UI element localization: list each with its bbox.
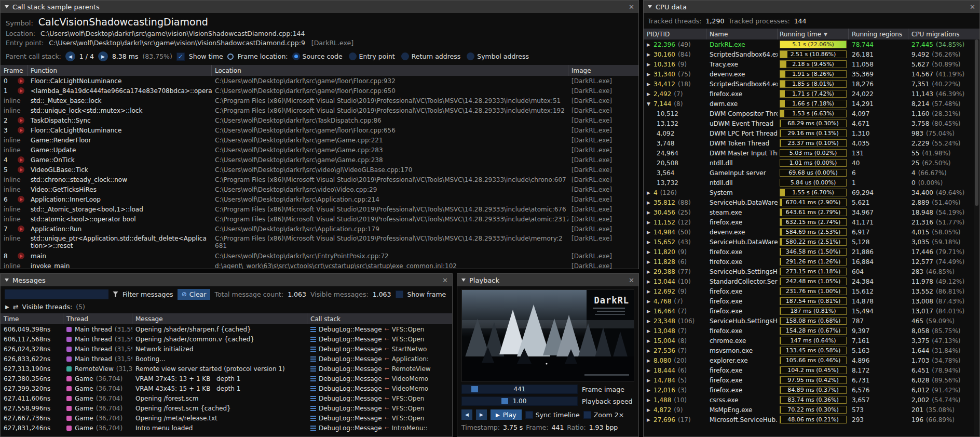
sync-timeline-option[interactable]: Sync timeline	[525, 411, 580, 419]
collapse-icon[interactable]	[5, 279, 9, 282]
filter-input[interactable]	[5, 289, 108, 299]
callstack-cell[interactable]: DebugLog::Message ← VideoMemo	[307, 383, 452, 393]
cpu-row[interactable]: ▶ 35,812 (88) ServiceHub.DataWarehou 670…	[644, 197, 979, 207]
cpu-row[interactable]: 3,748 DWM Token Thread 23.37 ms (0.10%) …	[644, 138, 979, 148]
expand-icon[interactable]: ▶	[647, 220, 654, 225]
collapse-icon[interactable]	[5, 5, 9, 8]
callstack-cell[interactable]: DebugLog::Message ← VFS::Open	[307, 413, 452, 423]
expand-icon[interactable]: ▶	[647, 52, 654, 57]
expand-icon[interactable]: ▶	[647, 289, 654, 294]
frame-location-radio[interactable]: Source code	[292, 52, 343, 60]
cpu-row[interactable]: ▶ 12,692 (9) firefox.exe 231.76 ms (1.00…	[644, 286, 979, 296]
expand-icon[interactable]: ▶	[647, 190, 654, 195]
callstack-cell[interactable]: DebugLog::Message ← VFS::Open	[307, 393, 452, 403]
prev-frame-button[interactable]: ◀	[461, 409, 472, 420]
expand-icon[interactable]: ▶	[647, 269, 654, 274]
cpu-row[interactable]: ▶ 14,984 (50) devenv.exe 584.69 ms (2.53…	[644, 227, 979, 237]
goto-sample-icon[interactable]	[18, 196, 24, 203]
goto-sample-icon[interactable]	[18, 253, 24, 259]
cpu-row[interactable]: 3,564 GameInput server 69.68 us (0.00%) …	[644, 168, 979, 178]
frame-image-slider[interactable]: 441	[461, 385, 578, 394]
goto-sample-icon[interactable]	[18, 117, 24, 124]
cpu-row[interactable]: ▶ 15,004 (8) chrome.exe 147 ms (0.64%) 7…	[644, 336, 979, 346]
goto-sample-icon[interactable]	[18, 166, 24, 173]
callstack-row[interactable]: 7 Application::Run C:\Users\wolf\Desktop…	[1, 224, 638, 234]
expand-icon[interactable]: ▶	[647, 417, 654, 422]
cpu-row[interactable]: ▶ 13,044 (10) StandardCollector.Servic 2…	[644, 276, 979, 286]
clear-button[interactable]: ⊘ Clear	[178, 289, 211, 300]
cpu-row[interactable]: ▶ 11,828 (6) firefox.exe 291.26 ms (1.26…	[644, 257, 979, 267]
expand-icon[interactable]: ▶	[647, 299, 654, 304]
expand-icon[interactable]: ▶	[647, 338, 654, 343]
callstack-row[interactable]: 0 Floor::CalcLightNoLuminance C:\Users\w…	[1, 76, 638, 86]
cpu-row[interactable]: ▶ 18,444 (6) firefox.exe 104.2 ms (0.45%…	[644, 365, 979, 375]
message-row[interactable]: 627,831,246ns Game (36,704) Intro menu l…	[1, 423, 452, 433]
cpu-row[interactable]: ▶ 29,388 (77) ServiceHub.SettingsHost 27…	[644, 267, 979, 276]
playback-titlebar[interactable]: Playback ✕	[457, 274, 638, 286]
column-header-running-regions[interactable]: Running regions	[849, 29, 908, 39]
message-row[interactable]: 627,313,190ns RemoteView (31,392) Remote…	[1, 364, 452, 374]
column-header-pid[interactable]: PID/TID	[644, 29, 706, 39]
collapse-icon[interactable]	[648, 5, 652, 8]
message-row[interactable]: 627,399,320ns Game (36,704) VRAM 43x45: …	[1, 383, 452, 393]
expand-icon[interactable]: ▶	[647, 82, 654, 87]
cpu-row[interactable]: ▼ 7,144 (8) dwm.exe 1.66 s (7.18%) 14,29…	[644, 99, 979, 109]
callstack-row[interactable]: inline std::unique_ptr<Application,std::…	[1, 234, 638, 251]
expand-icon[interactable]: ▶	[647, 279, 654, 284]
callstack-titlebar[interactable]: Call stack sample parents ✕	[1, 1, 638, 13]
expand-icon[interactable]: ▶	[647, 328, 654, 334]
callstack-row[interactable]: 4 Game::OnTick C:\Users\wolf\Desktop\dar…	[1, 155, 638, 165]
callstack-row[interactable]: inline std::_Atomic_storage<bool,1>::loa…	[1, 204, 638, 214]
cpu-row[interactable]: ▶ 11,152 (12) firefox.exe 632.15 ms (2.7…	[644, 217, 979, 227]
message-row[interactable]: 606,049,398ns Main thread (31,596) Openi…	[1, 324, 452, 334]
column-header-cpu-migrations[interactable]: CPU migrations	[908, 29, 974, 39]
cpu-row[interactable]: ▶ 4 (126) System 1.55 s (6.70%) 69,294 3…	[644, 188, 979, 197]
collapse-icon[interactable]	[461, 279, 466, 282]
frame-location-radio[interactable]: Symbol address	[467, 52, 529, 60]
callstack-cell[interactable]: DebugLog::Message ← VideoMemo	[307, 374, 452, 383]
visible-threads-row[interactable]: ▶ ⇄ Visible threads: (5)	[1, 302, 452, 313]
goto-sample-icon[interactable]	[18, 156, 24, 163]
expand-icon[interactable]: ▶	[647, 259, 654, 264]
next-parent-button[interactable]: ▶	[98, 51, 108, 61]
expand-icon[interactable]: ▶	[647, 72, 654, 77]
callstack-row[interactable]: 3 Floor::CalcLightNoLuminance C:\Users\w…	[1, 125, 638, 135]
callstack-cell[interactable]: DebugLog::Message ← VFS::Open	[307, 403, 452, 413]
cpu-row[interactable]: ▶ 13,048 (7) firefox.exe 154.28 ms (0.67…	[644, 326, 979, 336]
callstack-row[interactable]: inline std::_Mutex_base::lock C:\Program…	[1, 96, 638, 105]
cpu-row[interactable]: ▶ 1,488 (10) csrss.exe 83.74 ms (0.36%) …	[644, 395, 979, 405]
goto-sample-icon[interactable]	[18, 77, 24, 84]
prev-parent-button[interactable]: ◀	[65, 51, 75, 61]
expand-icon[interactable]: ▶	[647, 309, 654, 314]
cpu-row[interactable]: ▶ 16,464 (7) firefox.exe 187 ms (0.81%) …	[644, 306, 979, 316]
cpu-row[interactable]: ▶ 30,160 (84) ScriptedSandbox64.exe 2.51…	[644, 49, 979, 59]
cpu-row[interactable]: ▶ 2,492 (7) firefox.exe 1.71 s (7.42%) 2…	[644, 89, 979, 99]
expand-icon[interactable]: ▼	[647, 101, 654, 107]
close-icon[interactable]: ✕	[629, 4, 634, 10]
column-header-name[interactable]: Name	[706, 29, 778, 39]
cpu-row[interactable]: 10,512 DWM Compositor Thread 1.53 s (6.6…	[644, 109, 979, 118]
scrollbar-track[interactable]	[974, 39, 979, 435]
cpu-row[interactable]: ▶ 30,456 (25) steam.exe 643.61 ms (2.79%…	[644, 207, 979, 217]
expand-icon[interactable]: ▶	[647, 368, 654, 373]
cpu-row[interactable]: 20,508 ntdll.dll 1.01 ms (0.00%) 40 25 (…	[644, 158, 979, 168]
cpu-row[interactable]: ▶ 4,768 (7) firefox.exe 187.54 ms (0.81%…	[644, 296, 979, 306]
goto-sample-icon[interactable]	[18, 87, 24, 94]
cpu-row[interactable]: ▶ 4,872 (9) MsMpEng.exe 70.22 ms (0.30%)…	[644, 405, 979, 415]
callstack-row[interactable]: inline Game::Update C:\Users\wolf\Deskto…	[1, 145, 638, 155]
message-row[interactable]: 626,833,622ns Main thread (31,596) Booti…	[1, 354, 452, 364]
cpu-row[interactable]: ▶ 22,396 (49) DarkRL.exe 5.1 s (22.06%) …	[644, 39, 979, 49]
callstack-row[interactable]: inline Game::RenderFloor C:\Users\wolf\D…	[1, 135, 638, 145]
play-button[interactable]: ▶ Play	[491, 409, 522, 420]
close-icon[interactable]: ✕	[442, 277, 448, 284]
sync-timeline-checkbox[interactable]	[525, 411, 533, 419]
callstack-row[interactable]: 2 TaskDispatch::Sync C:\Users\wolf\Deskt…	[1, 115, 638, 125]
callstack-row[interactable]: inline std::unique_lock<std::mutex>::loc…	[1, 105, 638, 115]
expand-icon[interactable]: ▶	[647, 240, 654, 245]
callstack-row[interactable]: 8 main C:\Users\wolf\Desktop\darkrl\src\…	[1, 251, 638, 261]
expand-icon[interactable]: ▶	[647, 378, 654, 383]
callstack-cell[interactable]: DebugLog::Message ← Application:	[307, 354, 452, 364]
callstack-row[interactable]: 5 VideoGLBase::Tick C:\Users\wolf\Deskto…	[1, 165, 638, 175]
message-row[interactable]: 627,558,996ns Game (36,704) Opening /for…	[1, 403, 452, 413]
expand-icon[interactable]: ▶	[647, 319, 654, 324]
